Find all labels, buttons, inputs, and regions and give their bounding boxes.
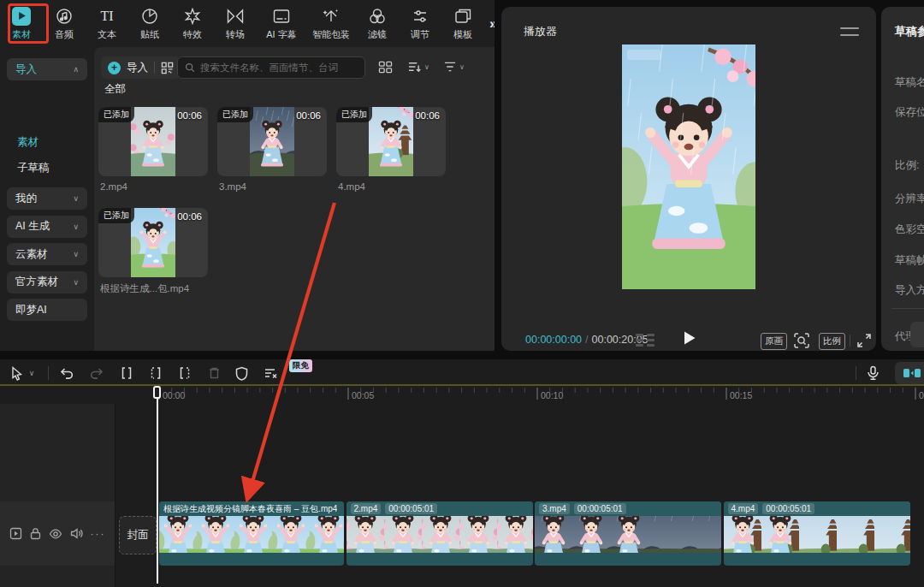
playhead-line[interactable] [157,387,158,584]
adjust-icon [411,7,429,26]
media-item-name: 根据诗生成...包.mp4 [100,282,211,295]
filters-icon [368,7,387,26]
split-icon[interactable] [118,365,135,382]
added-badge: 已添加 [217,107,253,122]
toolbar-tab-4[interactable]: 贴纸 [128,2,171,46]
sidebar-item-material[interactable]: 素材 [17,135,38,150]
filter-all-label[interactable]: 全部 [104,82,126,97]
speaker-icon[interactable] [70,528,83,539]
media-thumbnail [250,107,294,176]
media-item-card[interactable]: 已添加 00:06 [336,107,446,176]
player-menu-icon[interactable] [840,27,859,36]
draft-field-label: 导入方式 [895,283,924,298]
toolbar-tab-2[interactable]: 音频 [43,2,86,46]
chevron-down-icon: ∨ [73,278,79,287]
play-button[interactable] [683,330,696,349]
grid-view-icon[interactable] [378,61,393,74]
media-item-card[interactable]: 已添加 00:06 [98,208,208,277]
delete-icon[interactable] [205,365,222,382]
split-delete-right-icon[interactable] [176,365,193,382]
media-thumbnail [131,208,175,277]
media-item-name: 2.mp4 [100,181,211,192]
sidebar-group-1[interactable]: 我的∨ [7,187,87,210]
select-tool-chevron-icon[interactable]: ∨ [27,365,37,382]
undo-icon[interactable] [58,365,75,382]
clip-name: 3.mp4 [539,503,570,514]
filter-icon[interactable]: ∨ [443,61,465,73]
draft-field-label: 草稿名称 [895,75,924,90]
toolbar-tab-1[interactable]: 素材 [0,2,43,46]
proxy-control-stub[interactable] [910,322,924,347]
draft-field-label: 草稿帧率 [895,253,924,268]
local-scan-icon [161,62,174,74]
search-input[interactable] [200,62,354,73]
eye-icon[interactable] [49,529,62,539]
divider [891,308,924,309]
toolbar-tab-8[interactable]: 智能包装 [306,2,356,46]
split-delete-left-icon[interactable] [147,365,164,382]
sidebar-group-5[interactable]: 即梦AI [7,299,87,321]
sidebar-item-subdraft[interactable]: 子草稿 [17,161,50,175]
sidebar-import-header[interactable]: 导入 ∧ [7,58,87,80]
text-clear-icon[interactable] [262,365,279,382]
svg-text:00:20: 00:20 [919,390,924,400]
chevron-down-icon: ∨ [73,250,79,258]
video-track-icon [9,527,22,540]
sort-icon[interactable]: ∨ [407,61,429,73]
frame-preview-icon[interactable] [636,334,654,347]
lock-icon[interactable] [30,527,41,540]
fullscreen-icon[interactable] [856,333,872,352]
toolbar-tab-10[interactable]: 调节 [399,2,441,46]
toolbar-tab-9[interactable]: 滤镜 [356,2,399,46]
cover-button[interactable]: 封面 [119,516,157,554]
timeline-ruler[interactable]: 00:0000:0500:1000:1500:20 [0,385,924,404]
timeline-clip-2[interactable]: 2.mp400:00:05:01 [346,501,533,566]
draft-field-label: 分辨率 [895,192,924,206]
video-preview[interactable] [622,44,755,289]
mask-shield-icon[interactable] [233,365,250,382]
toolbar-tab-11[interactable]: 模板 [441,2,484,46]
media-item-card[interactable]: 已添加 00:06 [217,107,327,176]
timeline-section: ∨ 限免 0 [0,359,924,587]
timeline-clip-3[interactable]: 3.mp400:00:05:01 [535,501,721,566]
draft-params-title: 草稿参数 [895,24,924,39]
timeline-clip-1[interactable]: 根据诗生成视频分镜脚本春夜喜雨 – 豆包.mp4 [159,501,344,566]
media-thumbnail [131,107,175,176]
toolbar-tab-5[interactable]: 特效 [171,2,214,46]
draft-field-label: 比例: [895,158,919,173]
plus-icon: + [108,62,121,74]
select-tool-icon[interactable] [9,365,26,382]
top-toolbar: 素材 音频TI 文本 贴纸 特效 转场 AI 字幕 智能包装 滤镜 调节 模板» [0,0,495,47]
toolbar-tab-6[interactable]: 转场 [214,2,257,46]
draft-field-label: 保存位置 [895,105,924,120]
ratio-button[interactable]: 比例 [819,333,845,350]
clip-filmstrip [724,516,910,553]
sidebar-group-3[interactable]: 云素材∨ [7,243,87,265]
clip-duration: 00:00:05:01 [385,503,437,514]
more-icon[interactable]: ··· [91,528,106,540]
media-duration: 00:06 [177,211,202,222]
toolbar-tab-3[interactable]: TI 文本 [86,2,128,46]
redo-icon[interactable] [88,365,105,382]
clip-duration: 00:00:05:01 [762,503,814,514]
toolbar-expand-icon[interactable]: » [489,15,495,33]
timeline-clip-4[interactable]: 4.mp400:00:05:01 [724,501,910,566]
media-thumbnail [369,107,413,176]
toolbar-tab-7[interactable]: AI 字幕 [257,2,306,46]
template-icon [453,7,472,26]
original-quality-button[interactable]: 原画 [761,333,787,350]
sidebar-group-2[interactable]: AI 生成∨ [7,216,87,238]
media-duration: 00:06 [296,110,321,121]
clip-filmstrip [346,516,533,553]
record-button[interactable] [895,362,924,384]
sidebar-group-4[interactable]: 官方素材∨ [7,271,87,294]
media-item-name: 3.mp4 [219,181,330,192]
playhead-handle[interactable] [153,386,161,399]
import-button[interactable]: + 导入 [101,56,181,79]
smart-package-icon [322,7,341,26]
transition-icon [226,7,245,26]
clip-name: 2.mp4 [351,503,382,514]
media-item-card[interactable]: 已添加 00:06 [98,107,208,176]
microphone-icon[interactable] [864,365,881,382]
zoom-fit-icon[interactable] [793,332,810,353]
